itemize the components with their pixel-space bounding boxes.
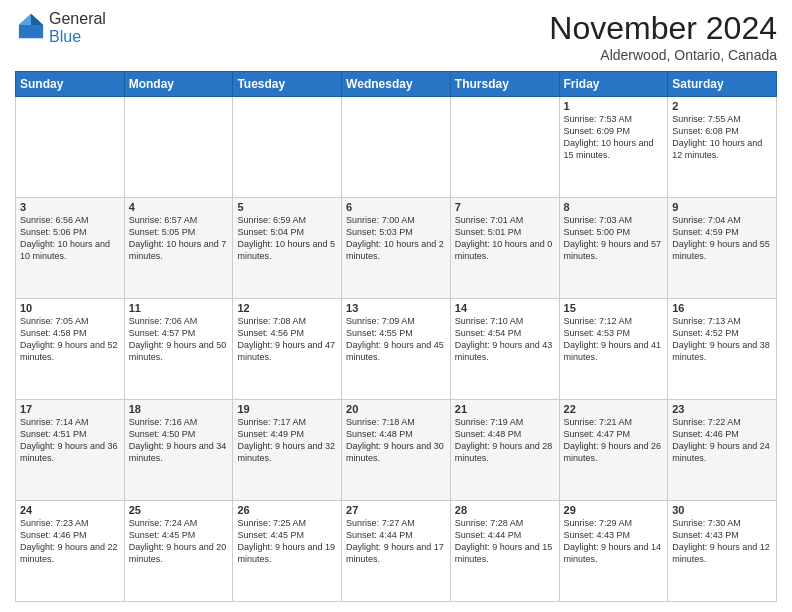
- calendar-cell: 16Sunrise: 7:13 AM Sunset: 4:52 PM Dayli…: [668, 299, 777, 400]
- day-number: 8: [564, 201, 664, 213]
- calendar-cell: 7Sunrise: 7:01 AM Sunset: 5:01 PM Daylig…: [450, 198, 559, 299]
- day-number: 20: [346, 403, 446, 415]
- week-row-1: 3Sunrise: 6:56 AM Sunset: 5:06 PM Daylig…: [16, 198, 777, 299]
- logo-text: General Blue: [49, 10, 106, 46]
- day-info: Sunrise: 7:18 AM Sunset: 4:48 PM Dayligh…: [346, 416, 446, 465]
- day-info: Sunrise: 7:01 AM Sunset: 5:01 PM Dayligh…: [455, 214, 555, 263]
- calendar-cell: 4Sunrise: 6:57 AM Sunset: 5:05 PM Daylig…: [124, 198, 233, 299]
- day-info: Sunrise: 7:29 AM Sunset: 4:43 PM Dayligh…: [564, 517, 664, 566]
- day-info: Sunrise: 7:30 AM Sunset: 4:43 PM Dayligh…: [672, 517, 772, 566]
- week-row-2: 10Sunrise: 7:05 AM Sunset: 4:58 PM Dayli…: [16, 299, 777, 400]
- calendar-cell: [342, 97, 451, 198]
- week-row-3: 17Sunrise: 7:14 AM Sunset: 4:51 PM Dayli…: [16, 400, 777, 501]
- calendar-cell: 10Sunrise: 7:05 AM Sunset: 4:58 PM Dayli…: [16, 299, 125, 400]
- day-info: Sunrise: 6:56 AM Sunset: 5:06 PM Dayligh…: [20, 214, 120, 263]
- logo: General Blue: [15, 10, 106, 46]
- day-header-wednesday: Wednesday: [342, 72, 451, 97]
- calendar-cell: 11Sunrise: 7:06 AM Sunset: 4:57 PM Dayli…: [124, 299, 233, 400]
- day-info: Sunrise: 7:55 AM Sunset: 6:08 PM Dayligh…: [672, 113, 772, 162]
- calendar-cell: 21Sunrise: 7:19 AM Sunset: 4:48 PM Dayli…: [450, 400, 559, 501]
- day-info: Sunrise: 7:13 AM Sunset: 4:52 PM Dayligh…: [672, 315, 772, 364]
- calendar-cell: 14Sunrise: 7:10 AM Sunset: 4:54 PM Dayli…: [450, 299, 559, 400]
- day-info: Sunrise: 7:06 AM Sunset: 4:57 PM Dayligh…: [129, 315, 229, 364]
- calendar-cell: 20Sunrise: 7:18 AM Sunset: 4:48 PM Dayli…: [342, 400, 451, 501]
- logo-icon: [17, 12, 45, 40]
- day-info: Sunrise: 7:19 AM Sunset: 4:48 PM Dayligh…: [455, 416, 555, 465]
- day-number: 2: [672, 100, 772, 112]
- week-row-0: 1Sunrise: 7:53 AM Sunset: 6:09 PM Daylig…: [16, 97, 777, 198]
- day-header-monday: Monday: [124, 72, 233, 97]
- day-number: 23: [672, 403, 772, 415]
- day-info: Sunrise: 7:53 AM Sunset: 6:09 PM Dayligh…: [564, 113, 664, 162]
- day-info: Sunrise: 7:17 AM Sunset: 4:49 PM Dayligh…: [237, 416, 337, 465]
- calendar-cell: 2Sunrise: 7:55 AM Sunset: 6:08 PM Daylig…: [668, 97, 777, 198]
- day-info: Sunrise: 7:21 AM Sunset: 4:47 PM Dayligh…: [564, 416, 664, 465]
- page: General Blue November 2024 Alderwood, On…: [0, 0, 792, 612]
- day-info: Sunrise: 6:57 AM Sunset: 5:05 PM Dayligh…: [129, 214, 229, 263]
- day-info: Sunrise: 7:10 AM Sunset: 4:54 PM Dayligh…: [455, 315, 555, 364]
- calendar-header-row: SundayMondayTuesdayWednesdayThursdayFrid…: [16, 72, 777, 97]
- day-info: Sunrise: 7:23 AM Sunset: 4:46 PM Dayligh…: [20, 517, 120, 566]
- calendar-cell: 5Sunrise: 6:59 AM Sunset: 5:04 PM Daylig…: [233, 198, 342, 299]
- day-number: 18: [129, 403, 229, 415]
- day-info: Sunrise: 6:59 AM Sunset: 5:04 PM Dayligh…: [237, 214, 337, 263]
- logo-blue: Blue: [49, 28, 81, 45]
- svg-marker-1: [31, 14, 43, 25]
- day-info: Sunrise: 7:04 AM Sunset: 4:59 PM Dayligh…: [672, 214, 772, 263]
- calendar-cell: 12Sunrise: 7:08 AM Sunset: 4:56 PM Dayli…: [233, 299, 342, 400]
- calendar-cell: 24Sunrise: 7:23 AM Sunset: 4:46 PM Dayli…: [16, 501, 125, 602]
- day-info: Sunrise: 7:22 AM Sunset: 4:46 PM Dayligh…: [672, 416, 772, 465]
- day-number: 29: [564, 504, 664, 516]
- day-number: 5: [237, 201, 337, 213]
- calendar-cell: 18Sunrise: 7:16 AM Sunset: 4:50 PM Dayli…: [124, 400, 233, 501]
- day-info: Sunrise: 7:16 AM Sunset: 4:50 PM Dayligh…: [129, 416, 229, 465]
- day-info: Sunrise: 7:05 AM Sunset: 4:58 PM Dayligh…: [20, 315, 120, 364]
- day-info: Sunrise: 7:12 AM Sunset: 4:53 PM Dayligh…: [564, 315, 664, 364]
- day-number: 26: [237, 504, 337, 516]
- day-number: 27: [346, 504, 446, 516]
- day-info: Sunrise: 7:27 AM Sunset: 4:44 PM Dayligh…: [346, 517, 446, 566]
- day-info: Sunrise: 7:25 AM Sunset: 4:45 PM Dayligh…: [237, 517, 337, 566]
- day-info: Sunrise: 7:14 AM Sunset: 4:51 PM Dayligh…: [20, 416, 120, 465]
- calendar-cell: 6Sunrise: 7:00 AM Sunset: 5:03 PM Daylig…: [342, 198, 451, 299]
- day-number: 9: [672, 201, 772, 213]
- header: General Blue November 2024 Alderwood, On…: [15, 10, 777, 63]
- day-number: 17: [20, 403, 120, 415]
- location: Alderwood, Ontario, Canada: [549, 47, 777, 63]
- day-number: 7: [455, 201, 555, 213]
- day-header-thursday: Thursday: [450, 72, 559, 97]
- day-number: 22: [564, 403, 664, 415]
- day-header-friday: Friday: [559, 72, 668, 97]
- day-number: 3: [20, 201, 120, 213]
- calendar-cell: 28Sunrise: 7:28 AM Sunset: 4:44 PM Dayli…: [450, 501, 559, 602]
- day-number: 13: [346, 302, 446, 314]
- logo-general: General: [49, 10, 106, 27]
- calendar-cell: 9Sunrise: 7:04 AM Sunset: 4:59 PM Daylig…: [668, 198, 777, 299]
- calendar-cell: 3Sunrise: 6:56 AM Sunset: 5:06 PM Daylig…: [16, 198, 125, 299]
- day-number: 28: [455, 504, 555, 516]
- calendar-cell: [124, 97, 233, 198]
- day-number: 24: [20, 504, 120, 516]
- day-number: 14: [455, 302, 555, 314]
- svg-marker-2: [19, 14, 31, 25]
- day-number: 21: [455, 403, 555, 415]
- month-title: November 2024: [549, 10, 777, 47]
- week-row-4: 24Sunrise: 7:23 AM Sunset: 4:46 PM Dayli…: [16, 501, 777, 602]
- day-info: Sunrise: 7:00 AM Sunset: 5:03 PM Dayligh…: [346, 214, 446, 263]
- day-header-sunday: Sunday: [16, 72, 125, 97]
- day-info: Sunrise: 7:08 AM Sunset: 4:56 PM Dayligh…: [237, 315, 337, 364]
- day-info: Sunrise: 7:28 AM Sunset: 4:44 PM Dayligh…: [455, 517, 555, 566]
- calendar-cell: 23Sunrise: 7:22 AM Sunset: 4:46 PM Dayli…: [668, 400, 777, 501]
- calendar-cell: 22Sunrise: 7:21 AM Sunset: 4:47 PM Dayli…: [559, 400, 668, 501]
- day-number: 1: [564, 100, 664, 112]
- calendar-cell: 29Sunrise: 7:29 AM Sunset: 4:43 PM Dayli…: [559, 501, 668, 602]
- calendar-cell: 8Sunrise: 7:03 AM Sunset: 5:00 PM Daylig…: [559, 198, 668, 299]
- day-number: 15: [564, 302, 664, 314]
- title-block: November 2024 Alderwood, Ontario, Canada: [549, 10, 777, 63]
- day-info: Sunrise: 7:09 AM Sunset: 4:55 PM Dayligh…: [346, 315, 446, 364]
- calendar-cell: 19Sunrise: 7:17 AM Sunset: 4:49 PM Dayli…: [233, 400, 342, 501]
- day-number: 12: [237, 302, 337, 314]
- calendar-cell: 27Sunrise: 7:27 AM Sunset: 4:44 PM Dayli…: [342, 501, 451, 602]
- day-number: 30: [672, 504, 772, 516]
- calendar-cell: 30Sunrise: 7:30 AM Sunset: 4:43 PM Dayli…: [668, 501, 777, 602]
